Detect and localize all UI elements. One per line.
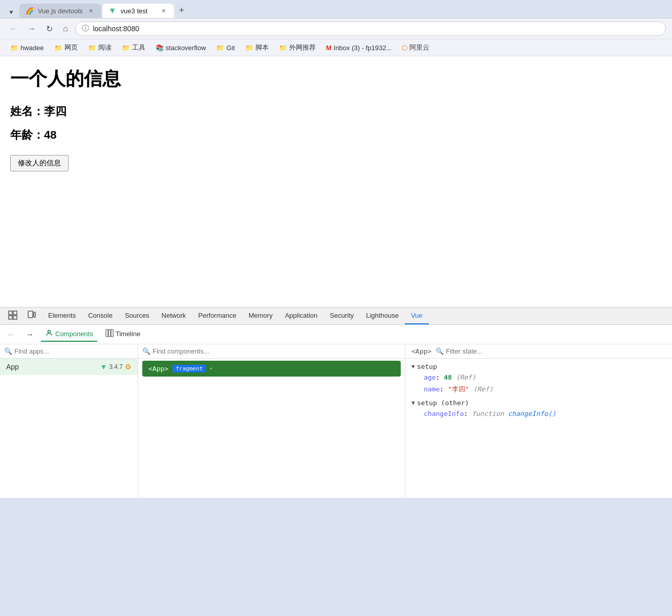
tab-network[interactable]: Network	[156, 307, 192, 324]
svg-rect-3	[13, 316, 17, 319]
page-name-field: 姓名：李四	[10, 104, 662, 119]
tab-console[interactable]: Console	[82, 307, 119, 324]
bookmark-label-read: 阅读	[98, 43, 112, 52]
components-search-input[interactable]	[153, 347, 401, 355]
components-search-icon: 🔍	[142, 347, 150, 355]
tab-sources[interactable]: Sources	[119, 307, 156, 324]
tab-2[interactable]: ▼ vue3 test ✕	[102, 4, 174, 18]
state-row-age: age: 48 (Ref)	[424, 372, 666, 383]
bookmark-overseas[interactable]: 📁 外网推荐	[275, 41, 320, 54]
func-keyword: function	[472, 410, 504, 417]
new-tab-btn[interactable]: +	[175, 3, 189, 18]
devtools: Elements Console Sources Network Perform…	[0, 307, 672, 498]
page-title: 一个人的信息	[10, 67, 662, 92]
svg-rect-4	[28, 311, 33, 318]
address-bar[interactable]: ⓘ localhost:8080	[75, 21, 666, 36]
name-meta: (Ref)	[473, 385, 493, 393]
svg-rect-1	[9, 316, 12, 319]
bookmark-label-webpage: 网页	[64, 43, 78, 52]
setup-section-header[interactable]: ▼ setup	[411, 363, 666, 370]
tab-performance[interactable]: Performance	[192, 307, 242, 324]
tab-timeline[interactable]: Timeline	[101, 327, 145, 342]
bookmark-aliyun[interactable]: ⬡ 阿里云	[398, 41, 433, 54]
tab-title-2: vue3 test	[121, 7, 156, 15]
bookmark-script[interactable]: 📁 脚本	[241, 41, 273, 54]
tab-1[interactable]: 🌈 Vue.js devtools ✕	[19, 4, 101, 18]
setup-other-arrow-icon: ▼	[411, 400, 415, 406]
tab-close-2[interactable]: ✕	[160, 7, 168, 15]
func-name: changeInfo()	[508, 410, 556, 417]
setup-section-label: setup	[417, 363, 437, 370]
apps-search-icon: 🔍	[4, 347, 12, 355]
timeline-label: Timeline	[116, 330, 141, 338]
bookmark-icon-tools: 📁	[122, 44, 130, 52]
app-list-item[interactable]: App ▼ 3.4.7 ⚙	[0, 359, 138, 375]
gmail-icon: M	[326, 44, 332, 52]
bookmark-label-script: 脚本	[255, 43, 269, 52]
tab-application[interactable]: Application	[279, 307, 324, 324]
tab-memory[interactable]: Memory	[243, 307, 279, 324]
svg-rect-5	[34, 312, 35, 317]
page-content: 一个人的信息 姓名：李四 年龄：48 修改人的信息	[0, 56, 672, 307]
tab-lighthouse[interactable]: Lighthouse	[360, 307, 405, 324]
age-value: 48	[44, 128, 56, 141]
bookmark-label-overseas: 外网推荐	[289, 43, 316, 52]
svg-rect-2	[13, 311, 17, 315]
name-label: 姓名：	[10, 105, 44, 118]
name-key: name	[424, 385, 440, 393]
tab-close-1[interactable]: ✕	[87, 7, 95, 15]
bookmark-label-so: stackoverflow	[166, 44, 206, 52]
devtools-device-icon[interactable]	[24, 307, 40, 324]
tab-vue[interactable]: Vue	[405, 307, 429, 324]
home-btn[interactable]: ⌂	[60, 22, 71, 35]
state-panel: <App> 🔍 ▼ setup age: 48 (Ref)	[405, 344, 672, 498]
devtools-forward-btn[interactable]: →	[23, 328, 37, 341]
bookmark-icon-overseas: 📁	[279, 44, 287, 52]
bookmark-hwadee[interactable]: 📁 hwadee	[6, 42, 48, 53]
component-list-item[interactable]: <App> fragment •	[142, 361, 401, 377]
devtools-back-btn[interactable]: ←	[4, 328, 18, 341]
forward-btn[interactable]: →	[25, 22, 39, 35]
svg-rect-8	[109, 329, 111, 337]
bookmark-git[interactable]: 📁 Git	[212, 42, 239, 53]
bookmark-label-gmail: Inbox (3) - fp1932...	[334, 44, 392, 52]
bookmark-gmail[interactable]: M Inbox (3) - fp1932...	[322, 42, 396, 53]
age-meta: (Ref)	[456, 373, 476, 381]
tab-title-1: Vue.js devtools	[38, 7, 83, 15]
age-val: 48	[444, 373, 452, 381]
svg-rect-9	[111, 329, 113, 337]
components-panel: 🔍 <App> fragment •	[138, 344, 405, 498]
components-label: Components	[55, 330, 93, 338]
component-badge: fragment	[172, 365, 206, 372]
bookmark-icon-webpage: 📁	[54, 44, 62, 52]
filter-state-input[interactable]	[446, 347, 666, 355]
bookmark-stackoverflow[interactable]: 📚 stackoverflow	[151, 42, 210, 53]
state-content: ▼ setup age: 48 (Ref) name: "李四" (Ref) ▼…	[405, 359, 672, 427]
aliyun-icon: ⬡	[402, 44, 407, 52]
tab-security[interactable]: Security	[323, 307, 360, 324]
vue-logo-icon: ▼	[100, 363, 107, 371]
bookmark-icon-so: 📚	[156, 44, 164, 52]
warning-icon: ⚙	[125, 363, 132, 371]
name-value: 李四	[44, 105, 67, 118]
version-number: 3.4.7	[109, 363, 123, 370]
setup-section: ▼ setup age: 48 (Ref) name: "李四" (Ref)	[411, 363, 666, 395]
tab-elements[interactable]: Elements	[42, 307, 82, 324]
setup-other-header[interactable]: ▼ setup (other)	[411, 399, 666, 407]
nav-bar: ← → ↻ ⌂ ⓘ localhost:8080	[0, 18, 672, 39]
apps-search-input[interactable]	[14, 347, 134, 355]
setup-other-label: setup (other)	[417, 399, 469, 407]
devtools-inspect-icon[interactable]	[4, 307, 21, 324]
reload-btn[interactable]: ↻	[43, 22, 56, 36]
bookmark-read[interactable]: 📁 阅读	[84, 41, 116, 54]
state-row-changeinfo: changeInfo: function changeInfo()	[424, 409, 666, 420]
tab-dropdown-btn[interactable]: ▼	[4, 7, 18, 18]
back-btn[interactable]: ←	[6, 22, 20, 35]
tab-bar: ▼ 🌈 Vue.js devtools ✕ ▼ vue3 test ✕ +	[0, 3, 672, 18]
tab-components[interactable]: Components	[41, 327, 97, 342]
bookmark-tools[interactable]: 📁 工具	[118, 41, 149, 54]
modify-info-button[interactable]: 修改人的信息	[10, 155, 69, 171]
state-header: <App> 🔍	[405, 344, 672, 359]
bookmark-label-git: Git	[226, 44, 235, 52]
bookmark-webpage[interactable]: 📁 网页	[50, 41, 82, 54]
